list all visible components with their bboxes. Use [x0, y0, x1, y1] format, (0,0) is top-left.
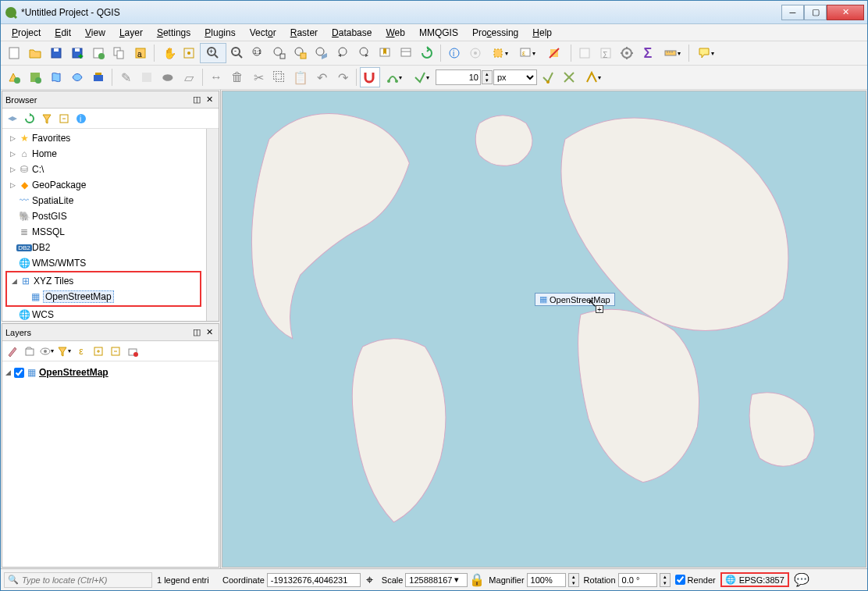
tree-mssql[interactable]: ≣MSSQL [2, 224, 206, 240]
zoom-native-button[interactable]: 1:1 [248, 43, 269, 63]
layers-collapse-icon[interactable] [107, 343, 124, 360]
layers-undock-button[interactable]: ◫ [190, 326, 203, 339]
browser-tree[interactable]: ▷★Favorites ▷⌂Home ▷⛁C:\ ▷◆GeoPackage 〰S… [2, 129, 206, 321]
filter-icon[interactable] [38, 110, 55, 127]
toolbox-button[interactable] [617, 43, 637, 63]
map-canvas[interactable]: ▦ OpenStreetMap ↖ + [222, 91, 866, 568]
snapping-button[interactable] [360, 67, 380, 87]
messages-icon[interactable]: 💬 [794, 572, 809, 588]
snap-mode-button[interactable]: ▾ [408, 67, 435, 87]
menu-settings[interactable]: Settings [151, 26, 197, 40]
tree-cdrive[interactable]: ▷⛁C:\ [2, 162, 206, 177]
deselect-button[interactable] [541, 43, 567, 63]
open-project-button[interactable] [25, 43, 45, 63]
new-spatialite-button[interactable] [67, 67, 87, 87]
tree-wms[interactable]: 🌐WMS/WMTS [2, 255, 206, 271]
snap-intersection-button[interactable] [559, 67, 579, 87]
browser-close-button[interactable]: ✕ [203, 94, 215, 106]
add-vector-button[interactable] [4, 67, 24, 87]
tree-db2[interactable]: DB2DB2 [2, 240, 206, 255]
rotation-spinner[interactable]: ▴▾ [660, 573, 671, 587]
zoom-full-button[interactable] [269, 43, 290, 63]
menu-help[interactable]: Help [526, 26, 558, 40]
zoom-next-button[interactable] [354, 43, 374, 63]
locator-input[interactable] [22, 575, 131, 585]
menu-edit[interactable]: Edit [48, 26, 77, 40]
pan-to-selection-button[interactable] [179, 43, 199, 63]
menu-vector[interactable]: Vector [244, 26, 283, 40]
layers-style-icon[interactable] [4, 343, 21, 360]
tree-wcs[interactable]: 🌐WCS [2, 307, 206, 321]
snap-tolerance-spinner[interactable]: ▴▾ [482, 70, 493, 84]
properties-icon[interactable]: i [73, 110, 90, 127]
minimize-button[interactable]: ─ [781, 5, 804, 20]
save-project-button[interactable] [46, 43, 66, 63]
layers-expression-icon[interactable]: ε [73, 343, 90, 360]
maximize-button[interactable]: ▢ [804, 5, 827, 20]
add-raster-button[interactable] [25, 67, 45, 87]
tree-xyz[interactable]: ◢⊞XYZ Tiles [7, 273, 200, 289]
close-button[interactable]: ✕ [827, 5, 864, 20]
statistics-button[interactable]: Σ [638, 43, 658, 63]
layers-list[interactable]: ◢ ▦ OpenStreetMap [2, 361, 219, 383]
locator[interactable]: 🔍 [4, 572, 152, 588]
zoom-out-button[interactable]: - [227, 43, 247, 63]
snap-unit-select[interactable]: px [493, 69, 537, 85]
select-by-value-button[interactable]: ε▾ [514, 43, 540, 63]
zoom-layer-button[interactable] [311, 43, 332, 63]
menu-database[interactable]: Database [326, 26, 378, 40]
select-features-button[interactable]: ▾ [486, 43, 513, 63]
tree-home[interactable]: ▷⌂Home [2, 146, 206, 162]
layers-visibility-icon[interactable]: ▾ [38, 343, 55, 360]
layers-filter-icon[interactable]: ▾ [55, 343, 73, 360]
trace-button[interactable]: ▾ [580, 67, 607, 87]
menu-plugins[interactable]: Plugins [198, 26, 241, 40]
coordinate-value[interactable]: -19132676,4046231 [267, 573, 361, 587]
menu-layer[interactable]: Layer [113, 26, 149, 40]
coordinate-toggle-icon[interactable]: ⌖ [363, 573, 377, 587]
new-print-layout-button[interactable] [88, 43, 108, 63]
snap-type-button[interactable]: ▾ [381, 67, 407, 87]
refresh-icon[interactable] [21, 110, 38, 127]
menu-view[interactable]: View [79, 26, 112, 40]
refresh-button[interactable] [417, 43, 437, 63]
browser-undock-button[interactable]: ◫ [190, 94, 203, 106]
measure-button[interactable]: ▾ [659, 43, 685, 63]
layer-osm[interactable]: ◢ ▦ OpenStreetMap [5, 365, 215, 380]
tree-spatialite[interactable]: 〰SpatiaLite [2, 193, 206, 208]
save-as-button[interactable]: ✚ [67, 43, 87, 63]
tree-favorites[interactable]: ▷★Favorites [2, 130, 206, 146]
magnifier-spinner[interactable]: ▴▾ [568, 573, 579, 587]
menu-raster[interactable]: Raster [284, 26, 324, 40]
tree-geopackage[interactable]: ▷◆GeoPackage [2, 177, 206, 193]
tree-postgis[interactable]: 🐘PostGIS [2, 208, 206, 224]
new-project-button[interactable] [4, 43, 24, 63]
snap-tolerance-input[interactable] [436, 69, 481, 85]
layer-osm-checkbox[interactable] [14, 368, 24, 378]
zoom-in-button[interactable]: + [200, 43, 226, 63]
render-checkbox[interactable] [675, 575, 685, 585]
show-bookmarks-button[interactable] [396, 43, 416, 63]
layers-remove-icon[interactable] [124, 343, 141, 360]
pan-button[interactable]: ✋ [158, 43, 178, 63]
style-manager-button[interactable]: a [130, 43, 151, 63]
map-tips-button[interactable]: ▾ [692, 43, 719, 63]
identify-button[interactable]: i [444, 43, 464, 63]
menu-web[interactable]: Web [379, 26, 411, 40]
layout-manager-button[interactable] [109, 43, 130, 63]
browser-scrollbar[interactable] [206, 129, 219, 321]
menu-processing[interactable]: Processing [466, 26, 525, 40]
add-layer-icon[interactable] [4, 110, 21, 127]
new-bookmark-button[interactable] [375, 43, 395, 63]
layers-add-group-icon[interactable] [21, 343, 38, 360]
menu-mmqgis[interactable]: MMQGIS [413, 26, 464, 40]
layers-close-button[interactable]: ✕ [203, 326, 215, 339]
scale-value[interactable]: 125888167 ▾ [405, 573, 468, 587]
new-virtual-button[interactable] [88, 67, 108, 87]
layers-expand-icon[interactable] [90, 343, 107, 360]
rotation-value[interactable]: 0.0 ° [618, 573, 657, 587]
crs-button[interactable]: 🌐 EPSG:3857 [720, 572, 789, 587]
tree-osm[interactable]: ▦OpenStreetMap [7, 289, 200, 304]
menu-project[interactable]: Project [5, 26, 47, 40]
collapse-icon[interactable] [55, 110, 73, 127]
